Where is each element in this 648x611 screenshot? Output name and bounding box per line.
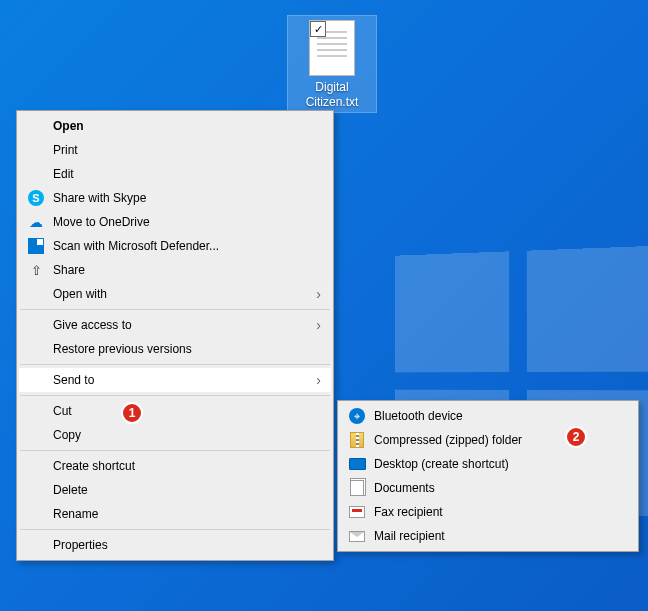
menu-copy[interactable]: Copy [19, 423, 331, 447]
context-menu: Open Print Edit SShare with Skype ☁Move … [16, 110, 334, 561]
annotation-badge-2: 2 [565, 426, 587, 448]
file-name-label: Digital Citizen.txt [290, 80, 374, 110]
menu-create-shortcut[interactable]: Create shortcut [19, 454, 331, 478]
menu-edit[interactable]: Edit [19, 162, 331, 186]
desktop-icon [348, 455, 366, 473]
share-icon: ⇧ [27, 261, 45, 279]
submenu-zip[interactable]: Compressed (zipped) folder [340, 428, 636, 452]
zip-icon [348, 431, 366, 449]
menu-rename[interactable]: Rename [19, 502, 331, 526]
submenu-desktop-shortcut[interactable]: Desktop (create shortcut) [340, 452, 636, 476]
menu-send-to[interactable]: Send to› [19, 368, 331, 392]
fax-icon [348, 503, 366, 521]
menu-print[interactable]: Print [19, 138, 331, 162]
mail-icon [348, 527, 366, 545]
selection-checkbox[interactable]: ✓ [310, 21, 326, 37]
onedrive-icon: ☁ [27, 213, 45, 231]
menu-open[interactable]: Open [19, 114, 331, 138]
separator [20, 529, 330, 530]
defender-icon [27, 237, 45, 255]
chevron-right-icon: › [316, 317, 321, 333]
submenu-bluetooth[interactable]: ⌖Bluetooth device [340, 404, 636, 428]
documents-icon [348, 479, 366, 497]
submenu-mail[interactable]: Mail recipient [340, 524, 636, 548]
send-to-submenu: ⌖Bluetooth device Compressed (zipped) fo… [337, 400, 639, 552]
bluetooth-icon: ⌖ [348, 407, 366, 425]
menu-cut[interactable]: Cut [19, 399, 331, 423]
submenu-fax[interactable]: Fax recipient [340, 500, 636, 524]
menu-share-skype[interactable]: SShare with Skype [19, 186, 331, 210]
separator [20, 450, 330, 451]
chevron-right-icon: › [316, 286, 321, 302]
menu-give-access[interactable]: Give access to› [19, 313, 331, 337]
submenu-documents[interactable]: Documents [340, 476, 636, 500]
menu-move-onedrive[interactable]: ☁Move to OneDrive [19, 210, 331, 234]
separator [20, 309, 330, 310]
menu-scan-defender[interactable]: Scan with Microsoft Defender... [19, 234, 331, 258]
menu-properties[interactable]: Properties [19, 533, 331, 557]
skype-icon: S [27, 189, 45, 207]
menu-restore-versions[interactable]: Restore previous versions [19, 337, 331, 361]
menu-open-with[interactable]: Open with› [19, 282, 331, 306]
chevron-right-icon: › [316, 372, 321, 388]
separator [20, 364, 330, 365]
text-file-icon: ✓ [309, 20, 355, 76]
desktop-file[interactable]: ✓ Digital Citizen.txt [288, 16, 376, 112]
annotation-badge-1: 1 [121, 402, 143, 424]
separator [20, 395, 330, 396]
menu-share[interactable]: ⇧Share [19, 258, 331, 282]
menu-delete[interactable]: Delete [19, 478, 331, 502]
